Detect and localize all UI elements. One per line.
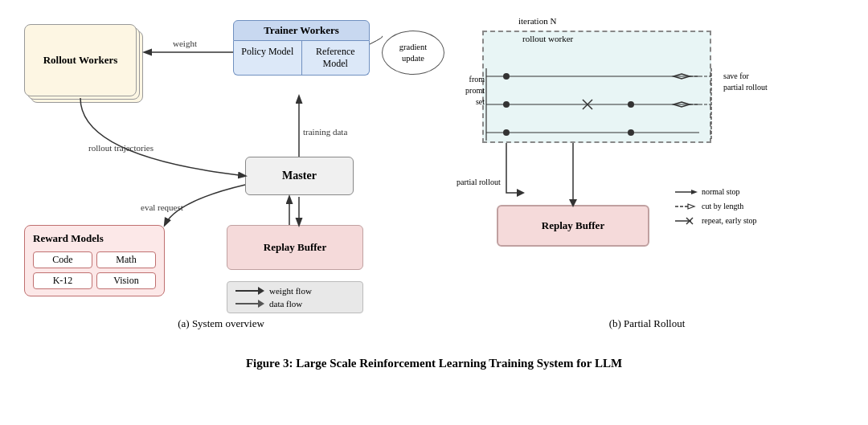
replay-buffer-left: Replay Buffer <box>227 225 363 270</box>
rollout-workers-label: Rollout Workers <box>43 54 118 67</box>
replay-buffer-right-label: Replay Buffer <box>542 219 604 232</box>
gradient-update-label: gradientupdate <box>399 42 427 63</box>
rollout-worker-box <box>482 31 711 143</box>
svg-text:rollout trajectories: rollout trajectories <box>88 143 154 153</box>
gradient-update-ellipse: gradientupdate <box>382 31 444 75</box>
master-label: Master <box>282 170 317 182</box>
save-label-text: save forpartial rollout <box>723 72 768 92</box>
partial-rollout-label: partial rollout <box>457 177 501 188</box>
legend-normal-stop: normal stop <box>675 185 757 199</box>
reward-tag-vision: Vision <box>96 272 156 289</box>
reward-grid: Code Math K-12 Vision <box>33 251 156 289</box>
reward-tag-k12: K-12 <box>33 272 92 289</box>
reward-tag-math: Math <box>96 251 156 268</box>
svg-text:weight: weight <box>173 39 197 48</box>
reference-model-label: Reference Model <box>302 41 370 75</box>
replay-buffer-right: Replay Buffer <box>497 205 649 247</box>
legend-repeat-label: repeat, early stop <box>702 214 757 228</box>
caption-a: (a) System overview <box>16 317 426 330</box>
from-prompt-label: frompromtset <box>446 74 485 108</box>
reward-models-box: Reward Models Code Math K-12 Vision <box>24 225 165 296</box>
legend-weight-flow: weight flow <box>235 286 354 296</box>
legend-box: weight flow data flow <box>227 281 363 313</box>
diagram-b: iteration N rollout worker frompromtset … <box>442 8 852 345</box>
legend-cut-length: cut by length <box>675 199 757 214</box>
svg-marker-11 <box>688 204 694 209</box>
svg-text:eval request: eval request <box>141 202 183 212</box>
svg-text:training data: training data <box>303 127 347 137</box>
from-prompt-text: frompromtset <box>465 75 485 106</box>
legend-cut-label: cut by length <box>702 199 743 214</box>
iteration-label: iteration N <box>518 16 556 26</box>
right-legend: normal stop cut by length repeat, e <box>675 185 757 228</box>
legend-data-flow: data flow <box>235 299 354 309</box>
trainer-header: Trainer Workers <box>233 20 370 41</box>
diagram-a: Rollout Workers Trainer Workers Policy M… <box>16 8 426 345</box>
trainer-workers-box: Trainer Workers Policy Model Reference M… <box>233 20 370 76</box>
rollout-worker-label: rollout worker <box>522 34 573 43</box>
svg-marker-9 <box>691 190 698 194</box>
figure-caption: Figure 3: Large Scale Reinforcement Lear… <box>246 357 622 370</box>
legend-repeat-stop: repeat, early stop <box>675 214 757 228</box>
legend-data-label: data flow <box>269 299 302 309</box>
reward-models-title: Reward Models <box>33 232 156 245</box>
policy-model-label: Policy Model <box>234 41 302 75</box>
replay-buffer-left-label: Replay Buffer <box>264 241 326 254</box>
master-box: Master <box>245 157 354 195</box>
save-label: save forpartial rollout <box>723 71 768 93</box>
reward-tag-code: Code <box>33 251 92 268</box>
legend-weight-label: weight flow <box>269 286 312 296</box>
legend-normal-label: normal stop <box>702 185 740 199</box>
caption-b: (b) Partial Rollout <box>442 317 852 330</box>
